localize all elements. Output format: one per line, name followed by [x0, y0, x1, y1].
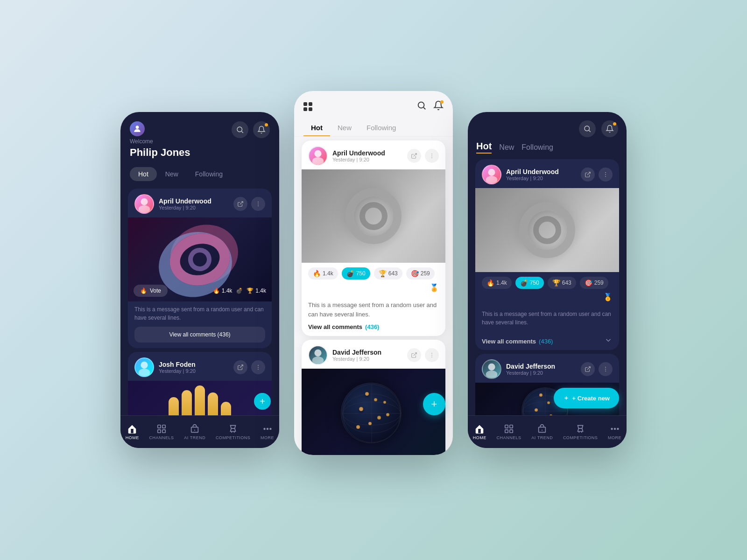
more-button-2-center[interactable] [425, 348, 439, 362]
share-button-2-right[interactable] [581, 362, 595, 376]
fab-label-right: + Create new [572, 395, 610, 402]
share-button-2-center[interactable] [407, 348, 421, 362]
svg-point-28 [431, 353, 432, 354]
tab-hot-right[interactable]: Hot [476, 141, 492, 154]
svg-point-38 [486, 176, 498, 184]
logo-dot-1 [303, 102, 307, 106]
stat-trophy-left: 🏆 1.4k [247, 287, 266, 294]
nav-aitrend-left[interactable]: AI TREND [184, 424, 205, 440]
svg-point-24 [431, 155, 432, 156]
more-button-left[interactable] [251, 197, 265, 211]
card2-user-info-center: David Jefferson Yesterday | 9:20 [332, 349, 381, 362]
david-avatar-center [308, 345, 328, 365]
nav-aitrend-right[interactable]: AI TREND [531, 424, 553, 440]
vote-button-left[interactable]: 🔥 Vote [134, 285, 168, 297]
more-button-right[interactable] [599, 168, 613, 182]
tab-hot-center[interactable]: Hot [303, 120, 330, 136]
center-phone: Hot New Following April Underwood Yester… [294, 91, 453, 455]
tab-following-left[interactable]: Following [187, 167, 231, 181]
create-new-fab[interactable]: ＋ + Create new [554, 388, 619, 408]
card1-username-right: April Underwood [506, 168, 559, 175]
notification-button-right[interactable] [601, 120, 618, 137]
svg-point-42 [488, 364, 495, 371]
card1-actions-center [407, 149, 439, 163]
post-card-1-center: April Underwood Yesterday | 9:20 [302, 140, 445, 336]
notification-button-center[interactable] [433, 100, 444, 112]
nav-more-label-right: MORE [608, 435, 621, 440]
tab-hot-left[interactable]: Hot [130, 167, 157, 181]
tab-following-center[interactable]: Following [359, 120, 403, 136]
svg-point-1 [237, 127, 242, 132]
user-name: Philip Jones [130, 147, 190, 159]
nav-competitions-left[interactable]: COMPETITIONS [216, 424, 251, 440]
svg-point-41 [605, 176, 606, 177]
center-tabs: Hot New Following [294, 118, 453, 137]
card1-message-left: This is a message sent from a random use… [134, 305, 265, 322]
card1-user-right: April Underwood Yesterday | 9:20 [482, 165, 559, 184]
more-button-2-left[interactable] [251, 360, 265, 374]
stat-bomb-center[interactable]: 💣 750 [342, 267, 370, 280]
left-phone: Welcome Philip Jones Hot New Following [120, 112, 279, 448]
nav-home-right[interactable]: HOME [473, 424, 486, 440]
nav-competitions-label-left: COMPETITIONS [216, 435, 251, 440]
view-comments-left[interactable]: View all comments (436) [134, 327, 265, 343]
card1-image-right [475, 188, 619, 272]
svg-point-59 [617, 428, 619, 430]
right-tabs: Hot New Following [468, 137, 627, 155]
logo-dot-4 [309, 107, 312, 111]
card2-image-center [302, 369, 445, 455]
stat-fire-left: 🔥 1.4k [213, 287, 233, 294]
stat-fire-center: 🔥 1.4k [308, 267, 338, 280]
fab-center[interactable]: + [423, 393, 445, 415]
stat-trophy-center: 🏆 643 [374, 267, 402, 280]
josh-avatar-left [134, 357, 154, 377]
search-button-center[interactable] [416, 100, 427, 112]
more-button-2-right[interactable] [599, 362, 613, 376]
card2-user-info-left: Josh Foden Yesterday | 9:20 [159, 361, 196, 374]
more-button-center[interactable] [425, 149, 439, 163]
share-button-right[interactable] [581, 168, 595, 182]
bottom-nav-right: HOME CHANNELS AI TREND COMPETITIONS MORE [468, 415, 627, 448]
center-header-icons [416, 100, 444, 112]
tab-following-right[interactable]: Following [521, 143, 553, 154]
nav-more-right[interactable]: MORE [608, 424, 621, 440]
fab-left[interactable]: + [254, 393, 271, 410]
view-comments-center[interactable]: View all comments (436) [308, 323, 439, 330]
april-avatar-right [482, 165, 501, 184]
tab-new-right[interactable]: New [499, 143, 514, 154]
nav-more-left[interactable]: MORE [261, 424, 274, 440]
svg-rect-15 [162, 430, 165, 433]
card2-actions-right [581, 362, 613, 376]
nav-competitions-right[interactable]: COMPETITIONS [563, 424, 598, 440]
share-button-center[interactable] [407, 149, 421, 163]
card1-actions-right [581, 168, 613, 182]
left-tabs: Hot New Following [120, 163, 279, 185]
nav-home-left[interactable]: HOME [126, 424, 139, 440]
svg-rect-12 [158, 425, 161, 428]
card2-header-left: Josh Foden Yesterday | 9:20 [128, 352, 272, 381]
tab-new-center[interactable]: New [330, 120, 359, 136]
stat-target-right: 🎯 259 [580, 277, 608, 289]
card2-date-left: Yesterday | 9:20 [159, 368, 196, 374]
share-button-2-left[interactable] [233, 360, 247, 374]
svg-rect-16 [191, 427, 198, 432]
search-button[interactable] [232, 121, 248, 138]
svg-point-21 [314, 150, 321, 157]
view-comments-right[interactable]: View all comments (436) [475, 332, 619, 350]
stat-bomb-right[interactable]: 💣 750 [515, 277, 544, 289]
nav-channels-left[interactable]: CHANNELS [149, 424, 174, 440]
card2-user-center: David Jefferson Yesterday | 9:20 [308, 345, 381, 365]
notification-button[interactable] [253, 121, 270, 138]
share-button-left[interactable] [233, 197, 247, 211]
logo-dot-2 [309, 102, 312, 106]
tab-new-left[interactable]: New [157, 167, 187, 181]
card1-date-center: Yesterday | 9:20 [332, 157, 385, 162]
plus-icon-fab: ＋ [563, 394, 569, 402]
search-button-right[interactable] [579, 120, 596, 137]
card1-date-left: Yesterday | 9:20 [159, 205, 211, 210]
avatar [130, 121, 145, 136]
svg-point-26 [314, 350, 321, 357]
card1-header-left: April Underwood Yesterday | 9:20 [128, 189, 272, 217]
nav-channels-right[interactable]: CHANNELS [497, 424, 521, 440]
card1-message-center: This is a message sent from a random use… [308, 301, 439, 319]
